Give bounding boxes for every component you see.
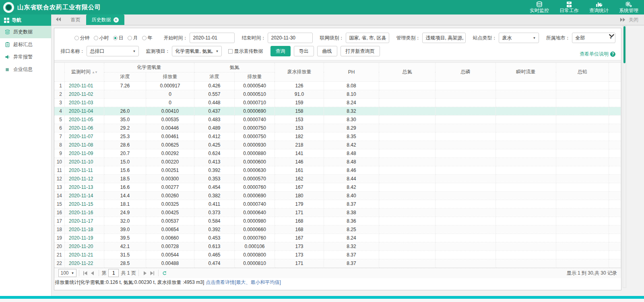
close-all-label[interactable]: 关闭 — [629, 17, 638, 23]
cell-empty — [609, 208, 621, 217]
monitor-item-label: 监测项目： — [146, 48, 170, 55]
cell-empty — [609, 90, 621, 98]
cell-value — [556, 174, 609, 183]
last-page-icon[interactable] — [149, 271, 156, 275]
table-row[interactable]: 132020-11-1316.60.002770.4540.0000760167… — [54, 183, 621, 191]
site-type-label: 站点类型： — [473, 35, 497, 41]
sidebar-item-history-data[interactable]: 历史数据 — [0, 26, 51, 38]
cell-value: 0.00488 — [146, 259, 194, 267]
refresh-icon[interactable] — [161, 271, 168, 275]
col-cod-emission[interactable]: 排放量 — [146, 72, 194, 81]
col-instant-flow[interactable]: 瞬时流量 — [496, 63, 556, 81]
cell-value — [556, 259, 609, 267]
tabs-scroll-right-icon[interactable] — [620, 18, 625, 22]
period-radio-分钟[interactable]: 分钟 — [74, 35, 90, 41]
unit-help-link[interactable]: 查看单位说明 ? — [580, 51, 615, 58]
vertical-scrollbar[interactable] — [623, 25, 626, 288]
mgmt-category-select[interactable]: 违规项目, 高架源,▼ — [422, 33, 466, 43]
next-page-icon[interactable] — [141, 271, 149, 275]
col-ph[interactable]: PH — [324, 63, 379, 81]
cell-value — [436, 259, 496, 267]
row-index: 14 — [54, 191, 65, 200]
col-total-p[interactable]: 总磷 — [436, 63, 496, 81]
table-row[interactable]: 222020-11-2228.50.004880.4740.0000810171… — [54, 259, 621, 267]
table-row[interactable]: 62020-11-0629.20.004460.4890.00007501538… — [54, 124, 621, 132]
network-level-select[interactable]: 国家, 省, 市, 区县▼ — [346, 33, 389, 43]
collapse-filters-icon[interactable] — [609, 33, 615, 39]
tabs-scroll-left-icon[interactable] — [56, 17, 61, 23]
table-row[interactable]: 122020-11-1218.50.003000.3530.0000570162… — [54, 174, 621, 183]
table-row[interactable]: 162020-11-1624.90.004250.3730.0000640171… — [54, 208, 621, 217]
table-row[interactable]: 152020-11-1518.10.003250.4110.0000740179… — [54, 200, 621, 208]
table-row[interactable]: 212020-11-2131.50.005440.4650.0000800173… — [54, 250, 621, 259]
cell-value — [496, 242, 556, 250]
table-row[interactable]: 202020-11-2042.10.007280.6130.0001061738… — [54, 242, 621, 250]
col-monitor-time[interactable]: 监测时间▲▼ — [65, 63, 104, 81]
cell-value — [556, 98, 609, 107]
tab-history-data[interactable]: 历史数据 ✕ — [86, 14, 124, 25]
table-row[interactable]: 72020-11-0725.30.004610.4120.00007501828… — [54, 132, 621, 141]
monitor-item-select[interactable]: 化学需氧量, 氨氮,▼ — [172, 46, 222, 56]
col-cod-conc[interactable]: 浓度 — [104, 72, 146, 81]
period-radio-年[interactable]: 年 — [142, 35, 153, 41]
table-row[interactable]: 32020-11-0300.4480.00007101598.24 — [54, 98, 621, 107]
table-row[interactable]: 172020-11-1732.00.005370.5840.0000980168… — [54, 217, 621, 225]
checkbox-label: 显示直传数据 — [234, 48, 263, 55]
col-nh3-conc[interactable]: 浓度 — [194, 72, 235, 81]
table-row[interactable]: 22020-11-0200.5570.000051091.08.10 — [54, 90, 621, 98]
cell-value: 8.30 — [324, 115, 379, 124]
cell-empty — [609, 81, 621, 90]
period-radio-小时[interactable]: 小时 — [94, 35, 109, 41]
table-row[interactable]: 52020-11-0535.00.005350.4830.00007401538… — [54, 115, 621, 124]
end-time-input[interactable] — [268, 33, 313, 43]
table-row[interactable]: 192020-11-1939.50.006600.4530.0000760167… — [54, 234, 621, 242]
table-row[interactable]: 102020-11-1015.00.002200.4130.0000600146… — [54, 157, 621, 166]
radio-label: 年 — [148, 35, 153, 41]
sidebar-item-abnormal-alarm[interactable]: 异常报警 — [0, 51, 51, 63]
direct-data-checkbox[interactable]: 显示直传数据 — [228, 48, 263, 55]
curve-button[interactable]: 曲线 — [317, 46, 337, 56]
page-size-select[interactable]: 100 ▼ — [58, 269, 77, 277]
table-row[interactable]: 12020-11-017.260.0009170.4260.0000540126… — [54, 81, 621, 90]
col-wastewater[interactable]: 废水排放量 — [275, 63, 324, 81]
view-detail-link[interactable]: 点击查看详情[最大、最小和平均值] — [206, 279, 281, 286]
col-nh3-emission[interactable]: 排放量 — [235, 72, 275, 81]
start-time-label: 开始时间： — [164, 35, 188, 41]
outlet-select[interactable]: 总排口▼ — [87, 46, 139, 56]
table-row[interactable]: 142020-11-1414.40.002600.3820.0000690180… — [54, 191, 621, 200]
cell-value — [104, 90, 146, 98]
table-row[interactable]: 82020-11-0828.60.006250.4250.00009302188… — [54, 141, 621, 149]
menu-daily-work[interactable]: 日常工作 — [559, 1, 579, 13]
cell-value: 162 — [275, 174, 324, 183]
start-time-input[interactable] — [190, 33, 235, 43]
table-row[interactable]: 42020-11-0426.00.004100.4370.00006901588… — [54, 107, 621, 115]
query-button[interactable]: 查询 — [270, 46, 291, 56]
sort-icon[interactable]: ▲▼ — [92, 70, 97, 74]
sidebar-item-exceed-summary[interactable]: 超标汇总 — [0, 38, 51, 51]
export-button[interactable]: 导出 — [294, 46, 314, 56]
cell-value: 0.426 — [194, 81, 235, 90]
page-number-input[interactable] — [108, 269, 119, 277]
cell-date: 2020-11-21 — [65, 250, 104, 259]
period-radio-日[interactable]: 日 — [113, 35, 124, 41]
menu-realtime-monitor[interactable]: 实时监控 — [530, 1, 549, 13]
first-page-icon[interactable] — [82, 271, 89, 275]
table-row[interactable]: 112020-11-1115.60.002510.3920.0000630161… — [54, 166, 621, 174]
col-total-pb[interactable]: 总铅 — [556, 63, 609, 81]
sidebar-item-company-info[interactable]: 企业信息 — [0, 63, 51, 76]
col-total-n[interactable]: 总氮 — [379, 63, 436, 81]
menu-query-stats[interactable]: 查询统计 — [589, 1, 609, 13]
tab-home[interactable]: 首页 — [65, 14, 86, 25]
new-query-page-button[interactable]: 打开新查询页 — [341, 46, 380, 56]
menu-system-admin[interactable]: 系统管理 — [619, 1, 638, 13]
period-radio-月[interactable]: 月 — [128, 35, 138, 41]
cell-value — [436, 191, 496, 200]
city-label: 所属地市： — [546, 35, 570, 41]
table-row[interactable]: 182020-11-1839.00.006540.3920.0000660168… — [54, 225, 621, 234]
site-type-select[interactable]: 废水▼ — [499, 33, 539, 43]
cell-value: 0.0000980 — [235, 217, 275, 225]
table-row[interactable]: 92020-11-0920.70.002920.6240.00008801418… — [54, 149, 621, 157]
scrollbar-thumb[interactable] — [623, 26, 625, 63]
prev-page-icon[interactable] — [89, 271, 96, 275]
close-tab-icon[interactable]: ✕ — [114, 17, 119, 23]
